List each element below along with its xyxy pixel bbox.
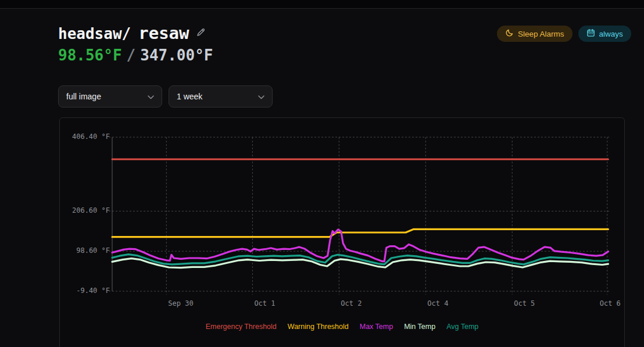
x-tick-label: Oct 2 (341, 299, 362, 307)
sleep-alarms-button[interactable]: Sleep Alarms (497, 26, 573, 42)
schedule-label: always (599, 30, 623, 38)
x-tick-label: Sep 30 (168, 299, 193, 307)
temperature-readout: 98.56°F / 347.00°F (58, 46, 213, 64)
window-top-bar (0, 0, 644, 9)
moon-icon (505, 28, 514, 39)
chart-legend: Emergency ThresholdWarning ThresholdMax … (60, 323, 624, 331)
legend-item-emergency-threshold[interactable]: Emergency Threshold (206, 323, 277, 331)
threshold-temperature: 347.00°F (140, 46, 213, 64)
time-range-select[interactable]: 1 week (169, 85, 273, 108)
device-name-label: resaw (138, 23, 189, 43)
view-mode-value: full image (66, 92, 101, 101)
page-title: headsaw/ resaw (58, 23, 206, 43)
view-mode-select[interactable]: full image (58, 85, 162, 108)
x-tick-label: Oct 1 (254, 299, 275, 307)
edit-name-icon[interactable] (195, 27, 206, 40)
legend-item-min-temp[interactable]: Min Temp (404, 323, 435, 331)
y-tick-label: 206.60 °F (60, 206, 110, 214)
temperature-chart[interactable] (109, 137, 610, 295)
y-tick-label: 406.40 °F (60, 133, 110, 141)
temperature-separator: / (127, 46, 136, 64)
calendar-icon (586, 28, 595, 39)
device-group-label: headsaw/ (58, 25, 131, 42)
chevron-down-icon (258, 92, 264, 101)
x-tick-label: Oct 6 (600, 299, 621, 307)
filter-bar: full image 1 week (58, 85, 273, 108)
chevron-down-icon (148, 92, 154, 101)
current-temperature: 98.56°F (58, 46, 122, 64)
sleep-alarms-label: Sleep Alarms (518, 30, 564, 38)
y-tick-label: 98.60 °F (60, 246, 110, 255)
time-range-value: 1 week (177, 92, 202, 101)
x-tick-label: Oct 4 (427, 299, 448, 307)
legend-item-max-temp[interactable]: Max Temp (360, 323, 393, 331)
legend-item-avg-temp[interactable]: Avg Temp (446, 323, 478, 331)
temperature-chart-panel: 406.40 °F206.60 °F98.60 °F-9.40 °F Sep 3… (59, 117, 625, 347)
header-actions: Sleep Alarms always (497, 26, 631, 42)
legend-item-warning-threshold[interactable]: Warning Threshold (288, 323, 349, 331)
y-tick-label: -9.40 °F (60, 287, 110, 295)
x-tick-label: Oct 5 (514, 299, 535, 307)
schedule-button[interactable]: always (578, 26, 631, 42)
